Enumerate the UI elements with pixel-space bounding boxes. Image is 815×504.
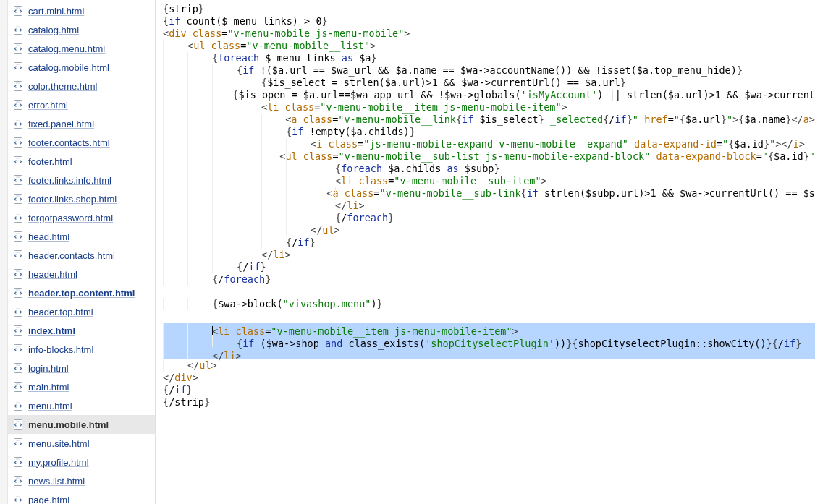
file-label: main.html xyxy=(28,382,69,393)
code-text: </ul> xyxy=(187,359,217,372)
code-line[interactable]: <ul class="v-menu-mobile__list"> xyxy=(163,40,815,52)
file-label: header.top.content.html xyxy=(28,288,135,299)
code-text: {strip} xyxy=(163,3,204,15)
html-file-icon xyxy=(12,325,24,336)
file-item[interactable]: footer.links.shop.html xyxy=(8,189,155,208)
file-label: fixed.panel.html xyxy=(28,119,94,129)
code-line[interactable]: {foreach $a.childs as $subp} xyxy=(163,163,815,175)
file-item[interactable]: fixed.panel.html xyxy=(8,114,155,133)
code-line[interactable]: <a class="v-menu-mobile__sub-link{if str… xyxy=(163,187,815,200)
code-text: </li> xyxy=(261,249,291,261)
file-item[interactable]: catalog.mobile.html xyxy=(8,58,155,77)
file-item[interactable]: cart.mini.html xyxy=(8,1,155,20)
html-file-icon xyxy=(12,456,24,468)
code-text: </div> xyxy=(163,372,198,384)
html-file-icon xyxy=(12,400,24,411)
file-item[interactable]: main.html xyxy=(8,377,155,396)
code-editor[interactable]: {strip}{if count($_menu_links) > 0}<div … xyxy=(156,0,815,504)
html-file-icon xyxy=(12,212,24,223)
code-line[interactable]: {strip} xyxy=(163,3,815,15)
code-line[interactable]: {/if} xyxy=(163,384,815,396)
file-label: cart.mini.html xyxy=(28,6,84,17)
code-line[interactable]: <div class="v-menu-mobile js-menu-mobile… xyxy=(163,27,815,40)
code-line[interactable]: {/foreach} xyxy=(163,273,815,286)
file-label: footer.links.info.html xyxy=(28,175,111,186)
file-label: footer.links.shop.html xyxy=(28,194,117,205)
code-line[interactable]: {/if} xyxy=(163,261,815,273)
code-line[interactable]: <li class="v-menu-mobile__item js-menu-m… xyxy=(163,323,815,335)
code-text: <li class="v-menu-mobile__sub-item"> xyxy=(335,175,547,187)
file-item[interactable]: color.theme.html xyxy=(8,77,155,95)
file-item[interactable]: page.html xyxy=(8,490,155,504)
code-line[interactable]: {if ($wa->shop and class_exists('shopCit… xyxy=(163,335,815,347)
code-line[interactable]: <i class="js-menu-mobile-expand v-menu-m… xyxy=(163,138,815,150)
code-line[interactable] xyxy=(163,310,815,323)
code-line[interactable]: </li> xyxy=(163,249,815,261)
code-text: {if count($_menu_links) > 0} xyxy=(163,15,328,27)
file-item[interactable]: menu.html xyxy=(8,396,155,415)
code-line[interactable]: {$is_open = $a.url==$wa_app_url && !$wa-… xyxy=(163,89,815,101)
code-line[interactable]: <li class="v-menu-mobile__sub-item"> xyxy=(163,175,815,187)
code-text: {/foreach} xyxy=(335,212,394,224)
code-line[interactable]: {foreach $_menu_links as $a} xyxy=(163,52,815,64)
code-text: {foreach $a.childs as $subp} xyxy=(335,163,500,175)
file-item[interactable]: my.profile.html xyxy=(8,453,155,471)
code-line[interactable]: {if !empty($a.childs)} xyxy=(163,126,815,138)
left-gutter xyxy=(0,0,8,504)
code-line[interactable]: </ul> xyxy=(163,224,815,236)
code-line[interactable]: <ul class="v-menu-mobile__sub-list js-me… xyxy=(163,150,815,163)
html-file-icon xyxy=(12,43,24,54)
file-label: login.html xyxy=(28,363,69,374)
code-line[interactable] xyxy=(163,286,815,298)
code-line[interactable]: {/foreach} xyxy=(163,212,815,224)
code-text: {if !empty($a.childs)} xyxy=(286,126,415,138)
file-label: menu.html xyxy=(28,401,72,411)
file-item[interactable]: menu.mobile.html xyxy=(8,415,155,434)
code-line[interactable]: </div> xyxy=(163,372,815,384)
code-line[interactable]: </ul> xyxy=(163,359,815,372)
file-item[interactable]: info-blocks.html xyxy=(8,340,155,359)
code-line[interactable]: {if !($a.url == $wa_url && $a.name == $w… xyxy=(163,64,815,77)
file-item[interactable]: head.html xyxy=(8,227,155,246)
code-line[interactable]: <li class="v-menu-mobile__item js-menu-m… xyxy=(163,101,815,114)
code-line[interactable]: </li> xyxy=(163,200,815,212)
file-item[interactable]: index.html xyxy=(8,321,155,340)
file-item[interactable]: menu.site.html xyxy=(8,434,155,453)
file-label: head.html xyxy=(28,231,69,242)
code-line[interactable]: {$is_select = strlen($a.url)>1 && $wa->c… xyxy=(163,77,815,89)
file-item[interactable]: error.html xyxy=(8,95,155,114)
html-file-icon xyxy=(12,362,24,374)
file-item[interactable]: forgotpassword.html xyxy=(8,208,155,227)
file-item[interactable]: header.html xyxy=(8,265,155,283)
file-item[interactable]: login.html xyxy=(8,359,155,377)
code-text: <li class="v-menu-mobile__item js-menu-m… xyxy=(261,101,567,114)
file-item[interactable]: header.contacts.html xyxy=(8,246,155,265)
html-file-icon xyxy=(12,419,24,430)
file-item[interactable]: footer.links.info.html xyxy=(8,171,155,189)
code-line[interactable]: {/if} xyxy=(163,236,815,249)
file-item[interactable]: header.top.content.html xyxy=(8,283,155,302)
code-line[interactable]: {if count($_menu_links) > 0} xyxy=(163,15,815,27)
html-file-icon xyxy=(12,5,24,17)
code-text: <i class="js-menu-mobile-expand v-menu-m… xyxy=(311,138,805,150)
file-item[interactable]: catalog.menu.html xyxy=(8,39,155,58)
file-item[interactable]: footer.html xyxy=(8,152,155,171)
file-label: index.html xyxy=(28,325,75,336)
html-file-icon xyxy=(12,155,24,167)
code-line[interactable]: {/strip} xyxy=(163,396,815,409)
code-text: {/foreach} xyxy=(212,273,271,286)
code-text: {/if} xyxy=(237,261,266,273)
code-line[interactable]: {$wa->block("vivashop.menu")} xyxy=(163,298,815,310)
file-label: my.profile.html xyxy=(28,457,89,468)
code-text: {foreach $_menu_links as $a} xyxy=(212,52,377,64)
code-line[interactable]: <a class="v-menu-mobile__link{if $is_sel… xyxy=(163,114,815,126)
code-text: <div class="v-menu-mobile js-menu-mobile… xyxy=(163,27,410,40)
html-file-icon xyxy=(12,118,24,129)
file-label: header.contacts.html xyxy=(28,250,115,261)
file-item[interactable]: footer.contacts.html xyxy=(8,133,155,152)
file-tree[interactable]: cart.mini.htmlcatalog.htmlcatalog.menu.h… xyxy=(8,0,156,504)
file-item[interactable]: news.list.html xyxy=(8,471,155,490)
code-text: </ul> xyxy=(311,224,340,236)
file-item[interactable]: header.top.html xyxy=(8,302,155,321)
file-item[interactable]: catalog.html xyxy=(8,20,155,39)
